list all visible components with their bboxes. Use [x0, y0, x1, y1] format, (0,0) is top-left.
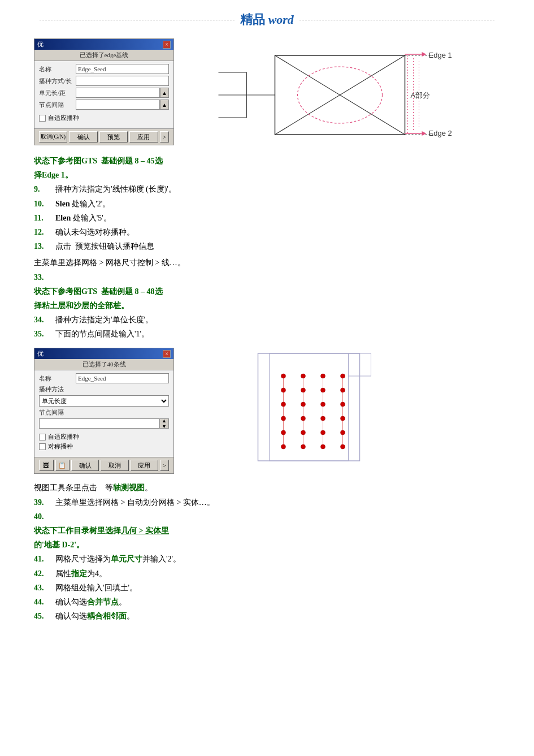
- section-2: 主菜单里选择网格 > 网格尺寸控制 > 线…。 33. 状态下参考图GTS 基础…: [34, 256, 500, 341]
- dialog-1-check-adaptive: 自适应播种: [39, 114, 169, 122]
- svg-marker-7: [422, 52, 427, 57]
- dialog-1-row-name: 名称 Edge_Seed: [39, 64, 169, 74]
- header-left-line: [40, 20, 235, 20]
- section-3-item-45: 45. 确认勾选耦合相邻面。: [34, 609, 500, 623]
- dialog-2-btn-more[interactable]: >: [160, 460, 169, 471]
- dialog-2-row-name: 名称 Edge_Seed: [39, 373, 169, 383]
- section-2-num33: 33.: [34, 270, 500, 284]
- dialog-1-label-len: 单元长/距: [39, 89, 76, 97]
- dialog-1-subtitle: 已选择了edge基线: [34, 50, 173, 61]
- dialog-1-btn-more[interactable]: >: [160, 131, 170, 142]
- diagram-1-svg: Edge 1 A部分 Edge 2: [180, 38, 500, 146]
- diagram-2-area: [180, 348, 500, 466]
- dialog-2-spin[interactable]: ▲▼: [159, 419, 168, 428]
- dialog-2-btn-confirm[interactable]: 确认: [71, 460, 99, 471]
- dialog-2-input-name[interactable]: Edge_Seed: [76, 373, 169, 383]
- svg-text:Edge 2: Edge 2: [429, 129, 452, 137]
- section-3-item-44: 44. 确认勾选合并节点。: [34, 595, 500, 609]
- dialog-1-input-method[interactable]: [76, 76, 169, 86]
- section-1-item-13: 13. 点击 预览按钮确认播种信息: [34, 239, 500, 253]
- dialog-2-row-select: 单元长度: [39, 395, 169, 407]
- dialog-2-title: 优: [37, 349, 44, 358]
- dialog-1-row-method: 播种方式/长: [39, 76, 169, 86]
- dialog-1-label-interval: 节点间隔: [39, 101, 76, 109]
- dialog-1-input-len[interactable]: [76, 88, 160, 98]
- dialog-1-input-interval[interactable]: [76, 100, 160, 110]
- dialog-2-body: 名称 Edge_Seed 播种方法 单元长度 节点间隔 ▲▼: [34, 370, 173, 457]
- dialog-2-btn-apply[interactable]: 应用: [131, 460, 158, 471]
- section-1-intro: 状态下参考图GTS 基础例题 8 – 45选择Edge 1。: [34, 154, 500, 182]
- svg-rect-21: [270, 353, 349, 461]
- diagram-2-svg: [180, 348, 500, 466]
- dialog-1-check-label: 自适应播种: [48, 114, 79, 122]
- dialog-2: 优 × 已选择了40条线 名称 Edge_Seed 播种方法 单元长度: [34, 348, 174, 474]
- dialog-2-btn-icon2[interactable]: 📋: [55, 460, 70, 471]
- dialog-1-btn-preview[interactable]: 预览: [99, 131, 128, 142]
- dialog-1: 优 × 已选择了edge基线 名称 Edge_Seed 播种方式/长 单元长/距…: [34, 38, 174, 145]
- dialog-2-footer: 🖼 📋 确认 取消 应用 >: [34, 457, 173, 473]
- header-title: 精品 精品 wordword: [240, 11, 294, 28]
- dialog-2-check-label-adaptive: 自适应播种: [48, 433, 79, 441]
- second-image-section: 优 × 已选择了40条线 名称 Edge_Seed 播种方法 单元长度: [34, 348, 500, 474]
- svg-marker-9: [422, 131, 427, 136]
- section-3-intro3a: 状态下工作目录树里选择几何 > 实体里: [34, 524, 500, 538]
- section-1-item-11: 11. Elen 处输入'5'。: [34, 211, 500, 225]
- dialog-2-row-interval: 节点间隔: [39, 408, 169, 417]
- dialog-2-checkbox-symmetric[interactable]: [39, 443, 46, 450]
- dialog-2-titlebar: 优 ×: [34, 348, 173, 359]
- dialog-1-close[interactable]: ×: [163, 41, 171, 49]
- dialog-1-row-interval: 节点间隔 ▲: [39, 100, 169, 110]
- dialog-2-row-method: 播种方法: [39, 385, 169, 394]
- section-3-text1: 视图工具条里点击 等轴测视图。: [34, 481, 500, 495]
- section-3-num40: 40.: [34, 509, 500, 524]
- first-image-section: 优 × 已选择了edge基线 名称 Edge_Seed 播种方式/长 单元长/距…: [34, 38, 500, 146]
- section-1: 状态下参考图GTS 基础例题 8 – 45选择Edge 1。 9. 播种方法指定…: [34, 154, 500, 253]
- dialog-2-label-interval: 节点间隔: [39, 408, 76, 417]
- dialog-1-spin-up[interactable]: ▲: [160, 88, 169, 98]
- section-1-item-10: 10. Slen 处输入'2'。: [34, 197, 500, 211]
- dialog-1-row-len: 单元长/距 ▲: [39, 88, 169, 98]
- section-3-intro3b: 的'地基 D-2'。: [34, 538, 500, 552]
- dialog-2-subtitle: 已选择了40条线: [34, 359, 173, 370]
- page-container: 精品 精品 wordword 优 × 已选择了edge基线 名称 Edge_Se…: [0, 0, 534, 756]
- section-3-item-41: 41. 网格尺寸选择为单元尺寸并输入'2'。: [34, 552, 500, 566]
- section-3: 视图工具条里点击 等轴测视图。 39. 主菜单里选择网格 > 自动划分网格 > …: [34, 481, 500, 623]
- svg-text:Edge 1: Edge 1: [429, 51, 452, 59]
- dialog-2-check-symmetric: 对称播种: [39, 442, 169, 451]
- dialog-1-titlebar: 优 ×: [34, 39, 173, 50]
- dialog-1-label-name: 名称: [39, 65, 76, 74]
- page-header: 精品 精品 wordword: [34, 11, 500, 28]
- section-2-menu: 主菜单里选择网格 > 网格尺寸控制 > 线…。: [34, 256, 500, 270]
- section-1-item-9: 9. 播种方法指定为'线性梯度 (长度)'。: [34, 182, 500, 196]
- dialog-2-select-method[interactable]: 单元长度: [39, 395, 169, 407]
- dialog-1-spin-interval[interactable]: ▲: [160, 100, 169, 110]
- dialog-1-btn-cancel2[interactable]: 取消(G/N): [39, 131, 67, 142]
- dialog-2-label-name: 名称: [39, 374, 76, 383]
- dialog-2-close[interactable]: ×: [163, 350, 171, 358]
- section-2-intro2: 状态下参考图GTS 基础例题 8 – 48选择粘土层和沙层的全部桩。: [34, 284, 500, 313]
- svg-text:A部分: A部分: [411, 91, 431, 100]
- dialog-1-btn-apply[interactable]: 应用: [129, 131, 158, 142]
- dialog-2-label-method: 播种方法: [39, 385, 76, 394]
- dialog-2-check-adaptive: 自适应播种: [39, 433, 169, 441]
- section-3-item-42: 42. 属性指定为4。: [34, 567, 500, 581]
- dialog-1-input-name[interactable]: Edge_Seed: [76, 64, 169, 74]
- dialog-2-input-interval[interactable]: ▲▼: [39, 418, 169, 429]
- dialog-1-check-area: 自适应播种: [39, 111, 169, 126]
- dialog-1-title: 优: [37, 40, 44, 49]
- dialog-1-checkbox-adaptive[interactable]: [39, 115, 46, 122]
- dialog-1-body: 名称 Edge_Seed 播种方式/长 单元长/距 ▲ 节点间隔 ▲: [34, 61, 173, 128]
- section-2-item-35: 35. 下面的节点间隔处输入'1'。: [34, 327, 500, 341]
- dialog-2-checkbox-adaptive[interactable]: [39, 434, 46, 440]
- dialog-1-footer: 取消(G/N) 确认 预览 应用 >: [34, 128, 173, 145]
- dialog-2-check-label-symmetric: 对称播种: [48, 442, 73, 451]
- section-2-item-34: 34. 播种方法指定为'单位长度'。: [34, 313, 500, 327]
- dialog-2-btn-icon[interactable]: 🖼: [39, 460, 54, 471]
- dialog-1-label-method: 播种方式/长: [39, 77, 76, 85]
- section-3-item-43: 43. 网格组处输入'回填土'。: [34, 581, 500, 595]
- dialog-2-row-input-interval: ▲▼: [39, 418, 169, 429]
- dialog-2-btn-cancel[interactable]: 取消: [101, 460, 128, 471]
- section-3-item-39: 39. 主菜单里选择网格 > 自动划分网格 > 实体…。: [34, 495, 500, 509]
- dialog-1-btn-confirm[interactable]: 确认: [69, 131, 97, 142]
- header-right-line: [299, 20, 494, 20]
